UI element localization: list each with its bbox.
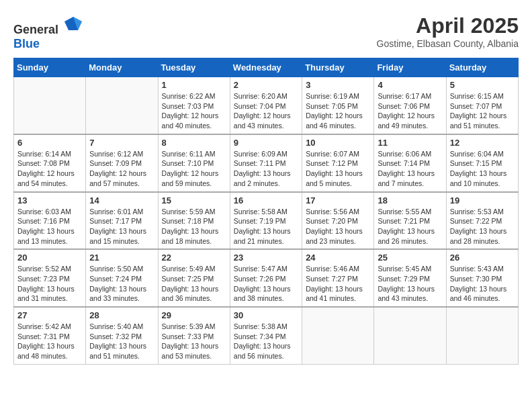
day-info: Sunrise: 5:38 AM Sunset: 7:34 PM Dayligh… [234,322,298,361]
calendar-week-row: 20Sunrise: 5:52 AM Sunset: 7:23 PM Dayli… [14,249,519,307]
calendar-day-cell: 14Sunrise: 6:01 AM Sunset: 7:17 PM Dayli… [86,192,158,250]
day-number: 3 [306,80,370,90]
calendar-day-cell: 11Sunrise: 6:06 AM Sunset: 7:14 PM Dayli… [374,134,446,192]
day-info: Sunrise: 5:59 AM Sunset: 7:18 PM Dayligh… [162,207,226,246]
day-number: 17 [306,195,370,205]
day-number: 7 [89,138,154,148]
day-number: 19 [450,195,515,205]
calendar-day-cell: 23Sunrise: 5:47 AM Sunset: 7:26 PM Dayli… [230,249,302,307]
calendar-day-cell: 21Sunrise: 5:50 AM Sunset: 7:24 PM Dayli… [86,249,158,307]
calendar-day-cell: 28Sunrise: 5:40 AM Sunset: 7:32 PM Dayli… [86,307,158,364]
column-header-wednesday: Wednesday [230,58,302,77]
day-info: Sunrise: 6:15 AM Sunset: 7:07 PM Dayligh… [450,91,515,131]
day-info: Sunrise: 5:55 AM Sunset: 7:21 PM Dayligh… [378,207,442,246]
calendar-day-cell: 13Sunrise: 6:03 AM Sunset: 7:16 PM Dayli… [14,192,86,250]
day-info: Sunrise: 5:49 AM Sunset: 7:25 PM Dayligh… [162,264,226,304]
logo-icon [63,13,83,34]
calendar-table: SundayMondayTuesdayWednesdayThursdayFrid… [13,58,519,365]
calendar-day-cell: 30Sunrise: 5:38 AM Sunset: 7:34 PM Dayli… [230,307,302,364]
day-info: Sunrise: 6:03 AM Sunset: 7:16 PM Dayligh… [17,207,82,246]
day-number: 11 [378,138,442,148]
day-info: Sunrise: 5:40 AM Sunset: 7:32 PM Dayligh… [89,322,154,361]
column-header-sunday: Sunday [14,58,86,77]
calendar-week-row: 27Sunrise: 5:42 AM Sunset: 7:31 PM Dayli… [14,307,519,364]
location-subtitle: Gostime, Elbasan County, Albania [377,38,519,49]
month-year-title: April 2025 [377,13,519,38]
day-info: Sunrise: 5:56 AM Sunset: 7:20 PM Dayligh… [306,207,370,246]
day-number: 16 [234,195,298,205]
title-block: April 2025 Gostime, Elbasan County, Alba… [377,13,519,49]
day-info: Sunrise: 6:04 AM Sunset: 7:15 PM Dayligh… [450,149,515,189]
day-info: Sunrise: 5:58 AM Sunset: 7:19 PM Dayligh… [234,207,298,246]
day-number: 23 [234,253,298,263]
day-number: 15 [162,195,226,205]
day-info: Sunrise: 6:07 AM Sunset: 7:12 PM Dayligh… [306,149,370,189]
calendar-day-cell: 2Sunrise: 6:20 AM Sunset: 7:04 PM Daylig… [230,77,302,134]
calendar-day-cell: 7Sunrise: 6:12 AM Sunset: 7:09 PM Daylig… [86,134,158,192]
calendar-day-cell: 3Sunrise: 6:19 AM Sunset: 7:05 PM Daylig… [302,77,374,134]
day-info: Sunrise: 6:06 AM Sunset: 7:14 PM Dayligh… [378,149,442,189]
calendar-day-cell: 12Sunrise: 6:04 AM Sunset: 7:15 PM Dayli… [446,134,518,192]
day-number: 27 [17,310,82,320]
calendar-day-cell: 25Sunrise: 5:45 AM Sunset: 7:29 PM Dayli… [374,249,446,307]
calendar-day-cell: 29Sunrise: 5:39 AM Sunset: 7:33 PM Dayli… [158,307,230,364]
day-number: 29 [162,310,226,320]
day-number: 20 [17,253,82,263]
calendar-day-cell: 22Sunrise: 5:49 AM Sunset: 7:25 PM Dayli… [158,249,230,307]
calendar-day-cell: 26Sunrise: 5:43 AM Sunset: 7:30 PM Dayli… [446,249,518,307]
day-number: 21 [89,253,154,263]
day-number: 4 [378,80,442,90]
day-info: Sunrise: 6:01 AM Sunset: 7:17 PM Dayligh… [89,207,154,246]
calendar-day-cell: 17Sunrise: 5:56 AM Sunset: 7:20 PM Dayli… [302,192,374,250]
calendar-day-cell: 18Sunrise: 5:55 AM Sunset: 7:21 PM Dayli… [374,192,446,250]
day-number: 28 [89,310,154,320]
column-header-friday: Friday [374,58,446,77]
calendar-day-cell: 1Sunrise: 6:22 AM Sunset: 7:03 PM Daylig… [158,77,230,134]
column-header-thursday: Thursday [302,58,374,77]
calendar-week-row: 13Sunrise: 6:03 AM Sunset: 7:16 PM Dayli… [14,192,519,250]
calendar-week-row: 6Sunrise: 6:14 AM Sunset: 7:08 PM Daylig… [14,134,519,192]
calendar-day-cell: 5Sunrise: 6:15 AM Sunset: 7:07 PM Daylig… [446,77,518,134]
calendar-day-cell: 6Sunrise: 6:14 AM Sunset: 7:08 PM Daylig… [14,134,86,192]
day-number: 6 [17,138,82,148]
calendar-day-cell: 4Sunrise: 6:17 AM Sunset: 7:06 PM Daylig… [374,77,446,134]
day-number: 25 [378,253,442,263]
day-info: Sunrise: 6:12 AM Sunset: 7:09 PM Dayligh… [89,149,154,189]
column-header-tuesday: Tuesday [158,58,230,77]
day-info: Sunrise: 6:17 AM Sunset: 7:06 PM Dayligh… [378,91,442,131]
day-info: Sunrise: 5:43 AM Sunset: 7:30 PM Dayligh… [450,264,515,304]
day-info: Sunrise: 6:22 AM Sunset: 7:03 PM Dayligh… [162,91,226,131]
calendar-day-cell [14,77,86,134]
calendar-day-cell [446,307,518,364]
calendar-day-cell: 16Sunrise: 5:58 AM Sunset: 7:19 PM Dayli… [230,192,302,250]
day-info: Sunrise: 6:20 AM Sunset: 7:04 PM Dayligh… [234,91,298,131]
day-info: Sunrise: 6:14 AM Sunset: 7:08 PM Dayligh… [17,149,82,189]
logo-blue: Blue [13,37,40,50]
column-header-saturday: Saturday [446,58,518,77]
calendar-day-cell: 10Sunrise: 6:07 AM Sunset: 7:12 PM Dayli… [302,134,374,192]
day-info: Sunrise: 6:09 AM Sunset: 7:11 PM Dayligh… [234,149,298,189]
day-number: 1 [162,80,226,90]
day-info: Sunrise: 6:19 AM Sunset: 7:05 PM Dayligh… [306,91,370,131]
column-header-monday: Monday [86,58,158,77]
logo: General Blue [13,13,83,51]
calendar-day-cell: 24Sunrise: 5:46 AM Sunset: 7:27 PM Dayli… [302,249,374,307]
day-number: 18 [378,195,442,205]
calendar-day-cell: 15Sunrise: 5:59 AM Sunset: 7:18 PM Dayli… [158,192,230,250]
calendar-day-cell [302,307,374,364]
day-info: Sunrise: 5:46 AM Sunset: 7:27 PM Dayligh… [306,264,370,304]
calendar-day-cell: 27Sunrise: 5:42 AM Sunset: 7:31 PM Dayli… [14,307,86,364]
calendar-day-cell: 20Sunrise: 5:52 AM Sunset: 7:23 PM Dayli… [14,249,86,307]
day-number: 9 [234,138,298,148]
calendar-week-row: 1Sunrise: 6:22 AM Sunset: 7:03 PM Daylig… [14,77,519,134]
day-number: 5 [450,80,515,90]
day-number: 13 [17,195,82,205]
day-info: Sunrise: 5:45 AM Sunset: 7:29 PM Dayligh… [378,264,442,304]
day-number: 22 [162,253,226,263]
day-number: 10 [306,138,370,148]
day-info: Sunrise: 6:11 AM Sunset: 7:10 PM Dayligh… [162,149,226,189]
day-number: 26 [450,253,515,263]
logo-text: General Blue [13,13,83,51]
day-number: 24 [306,253,370,263]
calendar-day-cell [374,307,446,364]
